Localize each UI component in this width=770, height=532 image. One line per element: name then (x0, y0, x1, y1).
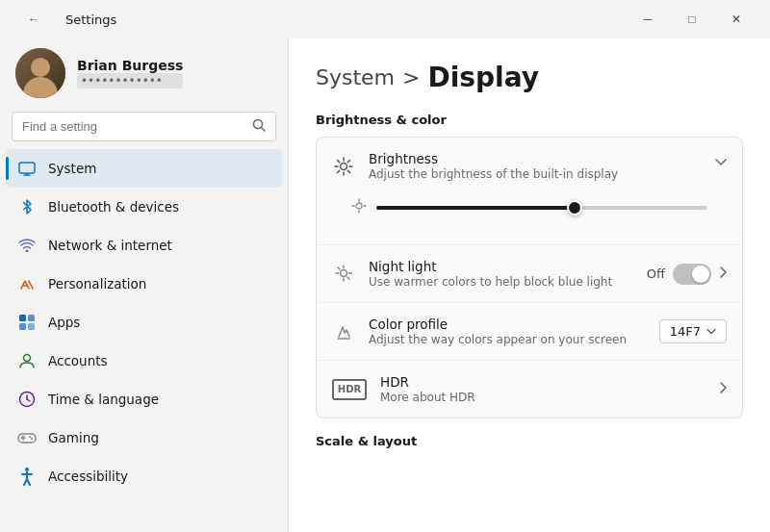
night-light-icon (332, 263, 355, 286)
sidebar-item-network[interactable]: Network & internet (6, 226, 282, 265)
svg-point-40 (341, 269, 347, 276)
network-icon (17, 236, 37, 255)
main-layout: Brian Burgess •••••••••••• (0, 38, 770, 532)
sidebar-item-accessibility[interactable]: Accessibility (6, 457, 282, 495)
user-profile: Brian Burgess •••••••••••• (0, 38, 288, 112)
hdr-row[interactable]: HDR HDR More about HDR (317, 360, 742, 418)
color-profile-select[interactable]: 14F7 (659, 319, 727, 343)
svg-point-12 (24, 355, 31, 362)
back-button[interactable]: ← (12, 4, 56, 35)
sidebar-item-accounts[interactable]: Accounts (6, 342, 282, 380)
brightness-title: Brightness (369, 151, 727, 166)
brightness-slider-container[interactable] (376, 206, 707, 210)
brightness-slider-section (332, 194, 727, 231)
night-light-desc: Use warmer colors to help block blue lig… (369, 275, 633, 289)
sidebar-item-apps[interactable]: Apps (6, 303, 282, 342)
titlebar-left: ← Settings (12, 4, 116, 35)
brightness-desc: Adjust the brightness of the built-in di… (369, 167, 727, 181)
sidebar-item-bluetooth-label: Bluetooth & devices (48, 199, 179, 215)
maximize-button[interactable]: □ (670, 4, 714, 35)
hdr-badge: HDR (332, 379, 367, 400)
svg-line-25 (27, 479, 30, 485)
titlebar: ← Settings ─ □ ✕ (0, 0, 770, 38)
night-light-chevron (719, 266, 727, 281)
breadcrumb-current: Display (427, 62, 538, 93)
svg-point-35 (356, 203, 362, 209)
app-title: Settings (65, 13, 116, 27)
brightness-sun-icon (351, 198, 367, 217)
svg-line-1 (262, 128, 266, 132)
brightness-color-card: Brightness Adjust the brightness of the … (316, 137, 743, 418)
brightness-expand (715, 151, 727, 169)
svg-line-46 (347, 277, 349, 279)
page-header: System > Display (316, 62, 743, 93)
night-light-toggle[interactable] (673, 264, 711, 285)
search-input[interactable] (22, 119, 244, 134)
search-box (12, 112, 276, 141)
svg-rect-8 (19, 315, 26, 321)
content-area: System > Display Brightness & color (289, 38, 770, 532)
system-icon (17, 159, 37, 178)
svg-line-7 (29, 281, 33, 289)
sidebar-item-system-label: System (48, 161, 96, 176)
window-controls: ─ □ ✕ (626, 4, 758, 35)
color-profile-icon (332, 320, 355, 343)
brightness-slider-track (376, 206, 707, 210)
color-profile-desc: Adjust the way colors appear on your scr… (369, 333, 646, 346)
sidebar-item-personalization-label: Personalization (48, 276, 146, 291)
color-profile-value: 14F7 (670, 324, 701, 339)
nav-list: System Bluetooth & devices (0, 149, 288, 524)
accounts-icon (17, 351, 37, 370)
bluetooth-icon (17, 197, 37, 216)
hdr-chevron (719, 382, 727, 396)
svg-point-5 (26, 250, 29, 253)
apps-icon (17, 313, 37, 332)
night-light-row[interactable]: Night light Use warmer colors to help bl… (317, 244, 742, 302)
svg-rect-10 (19, 323, 26, 330)
sidebar-item-time[interactable]: Time & language (6, 380, 282, 418)
svg-rect-11 (28, 323, 35, 330)
avatar (15, 48, 65, 98)
sidebar-item-gaming[interactable]: Gaming (6, 418, 282, 457)
sidebar-item-system[interactable]: System (6, 149, 282, 188)
brightness-thumb (567, 200, 582, 215)
sidebar-item-bluetooth[interactable]: Bluetooth & devices (6, 188, 282, 226)
breadcrumb-parent: System (316, 65, 395, 89)
user-email: •••••••••••• (77, 73, 183, 89)
minimize-button[interactable]: ─ (626, 4, 670, 35)
username: Brian Burgess (77, 58, 183, 73)
brightness-color-section-title: Brightness & color (316, 113, 743, 127)
svg-rect-2 (19, 163, 35, 173)
color-profile-row[interactable]: Color profile Adjust the way colors appe… (317, 302, 742, 360)
sidebar-item-network-label: Network & internet (48, 238, 172, 253)
sidebar-item-apps-label: Apps (48, 315, 80, 330)
accessibility-icon (17, 467, 37, 486)
breadcrumb-separator: > (402, 65, 420, 89)
personalization-icon (17, 274, 37, 293)
hdr-title: HDR (380, 374, 706, 390)
svg-point-19 (29, 436, 31, 438)
sidebar-item-accounts-label: Accounts (48, 353, 108, 368)
color-profile-title: Color profile (369, 317, 646, 332)
night-light-title: Night light (369, 259, 633, 274)
svg-line-45 (338, 267, 340, 269)
svg-rect-9 (28, 315, 35, 321)
gaming-icon (17, 428, 37, 447)
sidebar-item-accessibility-label: Accessibility (48, 469, 128, 484)
svg-line-33 (347, 160, 349, 162)
svg-point-20 (31, 438, 33, 440)
sidebar-item-time-label: Time & language (48, 392, 159, 407)
time-icon (17, 390, 37, 409)
svg-line-34 (338, 170, 340, 172)
brightness-icon (332, 155, 355, 178)
close-button[interactable]: ✕ (714, 4, 758, 35)
sidebar-item-gaming-label: Gaming (48, 430, 99, 445)
brightness-row[interactable]: Brightness Adjust the brightness of the … (317, 138, 742, 244)
sidebar-item-personalization[interactable]: Personalization (6, 265, 282, 303)
hdr-desc: More about HDR (380, 391, 706, 404)
svg-line-31 (338, 160, 340, 162)
svg-line-32 (347, 170, 349, 172)
svg-line-15 (27, 399, 30, 401)
svg-point-21 (25, 468, 29, 471)
night-light-toggle-label: Off (647, 266, 665, 281)
